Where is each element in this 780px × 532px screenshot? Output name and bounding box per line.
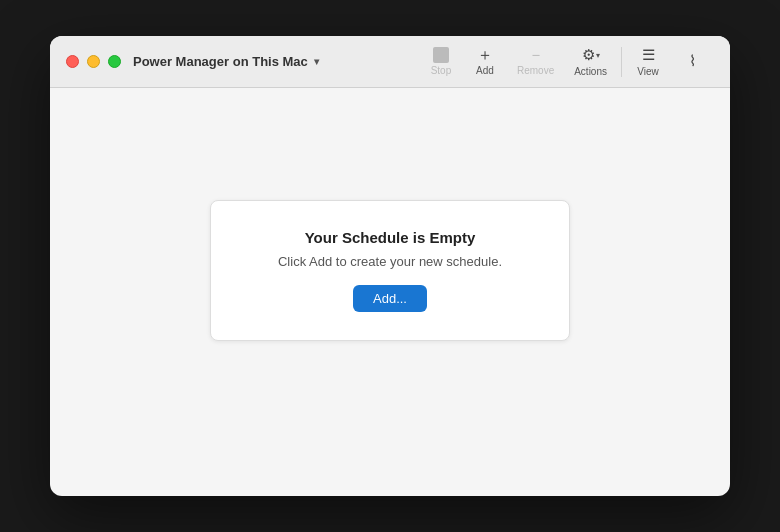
minus-icon: －	[528, 47, 544, 63]
actions-label: Actions	[574, 66, 607, 77]
empty-state-add-button[interactable]: Add...	[353, 285, 427, 312]
empty-state-card: Your Schedule is Empty Click Add to crea…	[210, 200, 570, 341]
actions-button[interactable]: ⚙ ▾ Actions	[564, 42, 617, 81]
stop-label: Stop	[431, 65, 452, 76]
empty-state-description: Click Add to create your new schedule.	[251, 254, 529, 269]
titlebar: Power Manager on This Mac ▾ Stop ＋ Add －…	[50, 36, 730, 88]
minimize-button[interactable]	[87, 55, 100, 68]
gear-icon: ⚙	[582, 46, 595, 64]
graph-icon: ⌇	[689, 52, 696, 70]
actions-icon-wrapper: ⚙ ▾	[582, 46, 600, 64]
window-title[interactable]: Power Manager on This Mac ▾	[133, 54, 319, 69]
list-icon: ☰	[642, 46, 655, 64]
toolbar-separator	[621, 47, 622, 77]
toolbar: Stop ＋ Add － Remove ⚙ ▾ Actions ☰ View	[419, 42, 714, 81]
remove-label: Remove	[517, 65, 554, 76]
add-button[interactable]: ＋ Add	[463, 43, 507, 80]
empty-state-container: Your Schedule is Empty Click Add to crea…	[50, 140, 730, 496]
close-button[interactable]	[66, 55, 79, 68]
window-title-text: Power Manager on This Mac	[133, 54, 308, 69]
maximize-button[interactable]	[108, 55, 121, 68]
add-label: Add	[476, 65, 494, 76]
remove-button[interactable]: － Remove	[507, 43, 564, 80]
actions-dropdown-arrow: ▾	[596, 51, 600, 60]
view-label: View	[637, 66, 659, 77]
view-button[interactable]: ☰ View	[626, 42, 670, 81]
empty-state-title: Your Schedule is Empty	[251, 229, 529, 246]
traffic-lights	[66, 55, 121, 68]
view-extra-button[interactable]: ⌇	[670, 48, 714, 76]
stop-button[interactable]: Stop	[419, 43, 463, 80]
window-body: Your Schedule is Empty Click Add to crea…	[50, 88, 730, 496]
chevron-down-icon: ▾	[314, 56, 319, 67]
plus-icon: ＋	[477, 47, 493, 63]
app-window: Power Manager on This Mac ▾ Stop ＋ Add －…	[50, 36, 730, 496]
stop-icon	[433, 47, 449, 63]
